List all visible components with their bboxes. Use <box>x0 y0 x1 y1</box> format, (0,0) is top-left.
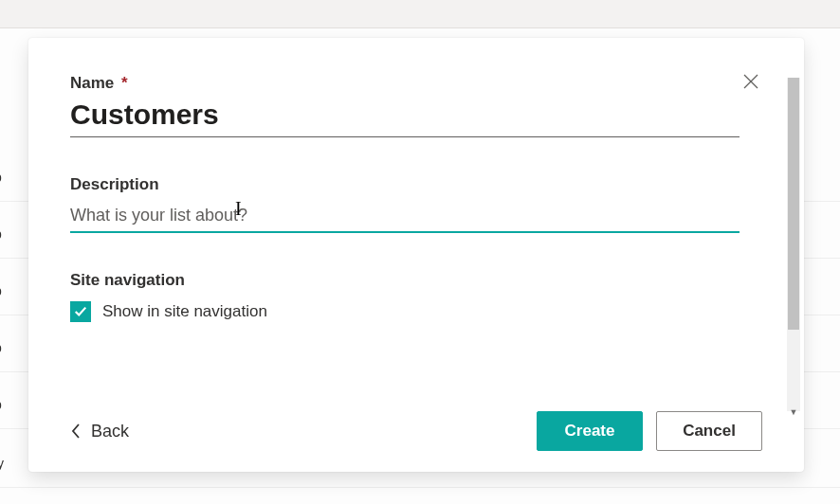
cancel-button[interactable]: Cancel <box>656 411 762 451</box>
background-list-item: t lib <box>0 283 2 298</box>
scroll-down-arrow[interactable]: ▼ <box>785 405 802 419</box>
create-button[interactable]: Create <box>537 411 643 451</box>
name-label-text: Name <box>70 74 114 92</box>
close-button[interactable] <box>740 70 762 93</box>
back-button-label: Back <box>91 422 129 441</box>
scrollbar-thumb[interactable] <box>788 78 799 330</box>
show-in-navigation-label: Show in site navigation <box>102 302 267 321</box>
background-list-item: rary <box>0 456 4 471</box>
background-list-item: t lib <box>0 397 2 412</box>
name-label: Name * <box>70 74 762 93</box>
scrollbar-track[interactable] <box>787 78 800 411</box>
description-input[interactable] <box>70 198 740 233</box>
background-list-item: t lib <box>0 226 2 242</box>
dialog-footer: Back Create Cancel <box>70 385 762 451</box>
background-list-item: t lib <box>0 340 2 355</box>
create-list-dialog: Name * Description I Site navigation Sho… <box>28 38 804 472</box>
required-indicator: * <box>121 74 128 92</box>
check-icon <box>74 305 87 318</box>
back-button[interactable]: Back <box>70 422 129 441</box>
background-toolbar <box>0 0 840 28</box>
site-navigation-heading: Site navigation <box>70 271 762 290</box>
chevron-left-icon <box>70 423 82 440</box>
background-list-item: t lib <box>0 170 2 185</box>
dialog-body: Name * Description I Site navigation Sho… <box>28 38 804 472</box>
name-input[interactable] <box>70 97 740 137</box>
close-icon <box>743 74 758 89</box>
description-label: Description <box>70 175 762 194</box>
show-in-navigation-checkbox[interactable] <box>70 301 91 322</box>
